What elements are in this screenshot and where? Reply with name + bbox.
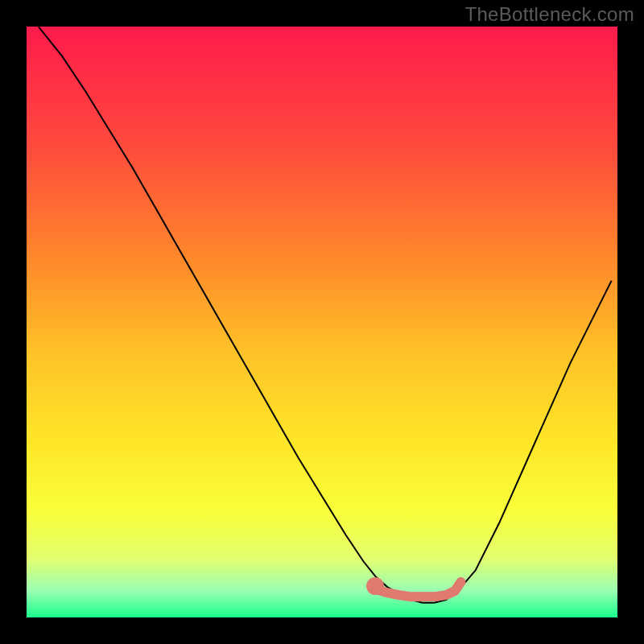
chart-frame: TheBottleneck.com [0,0,644,644]
marker-group [366,577,384,595]
watermark-text: TheBottleneck.com [464,3,634,26]
gradient-background [27,27,617,617]
chart-svg [27,27,617,617]
chart-plot [27,27,617,617]
marker-optimal-dot [366,577,384,595]
